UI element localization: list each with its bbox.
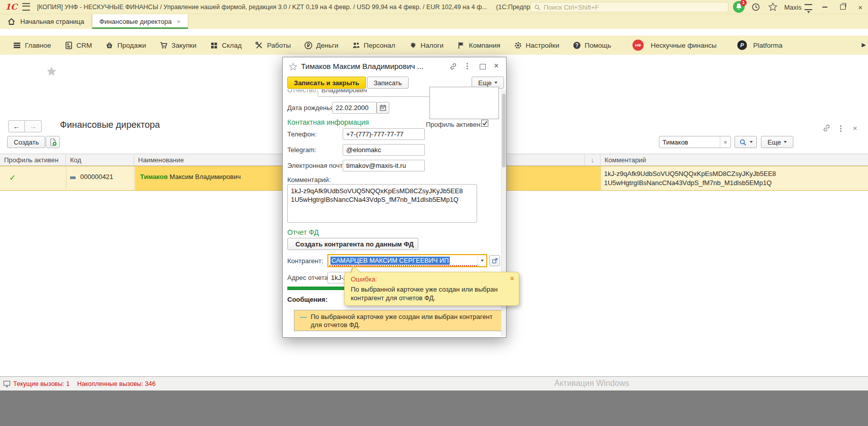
menu-label: Компания: [469, 42, 500, 49]
flag-icon: [457, 41, 465, 50]
main-menu-icon[interactable]: [22, 3, 30, 11]
current-calls: Текущие вызовы: 1: [13, 380, 70, 387]
menu-item-company[interactable]: Компания: [450, 36, 507, 55]
history-icon[interactable]: [751, 3, 760, 13]
menu-label: Нескучные финансы: [651, 42, 717, 49]
list-more-button[interactable]: Еще: [761, 136, 793, 148]
telegram-input[interactable]: @elonmakc: [343, 144, 425, 156]
menu-label: Персонал: [364, 42, 395, 49]
menu-item-warehouse[interactable]: Склад: [203, 36, 248, 55]
favorite-star-icon[interactable]: [289, 62, 297, 71]
notifications-bell-icon[interactable]: 1: [733, 1, 745, 13]
menubar-overflow-icon[interactable]: ▶: [862, 42, 866, 48]
create-button[interactable]: Создать: [7, 136, 45, 148]
messages-label: Сообщения:: [287, 296, 327, 303]
clear-search-icon[interactable]: ×: [720, 136, 730, 148]
profile-active-check-icon: ✓: [9, 173, 16, 183]
menu-label: Platforma: [753, 42, 783, 49]
forward-button[interactable]: →: [25, 120, 42, 132]
comment-line1: 1kJ-z9qAfk9UdbSoVUQ5NQQxKpEsMD8CZsyJKyJb…: [291, 187, 474, 195]
dialog-close-icon[interactable]: ×: [494, 62, 498, 70]
contact-section-header: Контактная информация: [287, 118, 369, 126]
link-icon[interactable]: [449, 62, 457, 72]
phone-input[interactable]: +7-(777)-777-77-77: [343, 128, 425, 140]
email-label: Электронная почта:: [287, 162, 348, 169]
more-menu-icon[interactable]: [840, 125, 842, 127]
menu-item-works[interactable]: Работы: [248, 36, 297, 55]
favorite-star-icon[interactable]: [46, 65, 57, 77]
tab-home-label: Начальная страница: [20, 18, 84, 25]
calls-monitor-icon[interactable]: [3, 380, 11, 388]
column-header-code[interactable]: Код: [66, 154, 134, 165]
row-name-rest: Максим Владимирович: [168, 173, 241, 181]
menu-label: Работы: [267, 42, 291, 49]
open-counterparty-button[interactable]: [489, 255, 500, 266]
tab-financial-directors[interactable]: Финансовые директора ×: [92, 14, 188, 29]
back-button[interactable]: ←: [8, 120, 25, 132]
menu-label: Налоги: [421, 42, 444, 49]
report-section-header: Отчет ФД: [287, 228, 319, 236]
more-menu-icon[interactable]: [466, 63, 468, 64]
row-name-match: Тимаков: [140, 173, 168, 181]
save-button[interactable]: Записать: [367, 77, 409, 89]
menu-item-main[interactable]: Главное: [6, 36, 58, 55]
element-icon: [70, 176, 76, 179]
menu-item-sales[interactable]: Продажи: [98, 36, 152, 55]
tab-close-icon[interactable]: ×: [177, 18, 181, 25]
menu-item-neskuchnye-finansy[interactable]: НФ Нескучные финансы: [626, 36, 723, 55]
save-and-close-button[interactable]: Записать и закрыть: [287, 77, 366, 89]
photo-box[interactable]: [429, 87, 499, 119]
menu-item-crm[interactable]: CRM: [58, 36, 99, 55]
row-name: Тимаков Максим Владимирович: [140, 173, 241, 181]
menu-item-help[interactable]: ? Помощь: [566, 36, 618, 55]
platforma-icon: P: [737, 40, 747, 50]
menu-item-taxes[interactable]: Налоги: [402, 36, 450, 55]
1c-logo: 1С: [5, 2, 17, 12]
combo-dropdown-zone[interactable]: [478, 255, 486, 266]
statusbar: Текущие вызовы: 1 Накопленные вызовы: 34…: [0, 376, 868, 390]
menu-item-settings[interactable]: Настройки: [507, 36, 566, 55]
menu-item-money[interactable]: Деньги: [297, 36, 345, 55]
tab-home[interactable]: Начальная страница: [0, 14, 92, 29]
service-menu-icon[interactable]: [805, 4, 812, 13]
search-icon: [739, 138, 747, 146]
restore-button[interactable]: [836, 2, 849, 12]
svg-text:НФ: НФ: [635, 43, 641, 48]
favorites-star-icon[interactable]: [768, 2, 778, 13]
create-group-button[interactable]: [46, 136, 60, 148]
column-header-comment[interactable]: Комментарий: [600, 154, 868, 165]
comment-textarea[interactable]: 1kJ-z9qAfk9UdbSoVUQ5NQQxKpEsMD8CZsyJKyJb…: [287, 184, 477, 223]
search-button[interactable]: [735, 136, 757, 148]
user-name[interactable]: Maxis: [784, 4, 802, 11]
form-close-icon[interactable]: ×: [853, 124, 857, 132]
global-search-input[interactable]: Поиск Ctrl+Shift+F: [530, 2, 728, 12]
menu-item-platforma[interactable]: P Platforma: [730, 36, 789, 55]
profile-active-label: Профиль активен:: [426, 121, 482, 128]
scrollbar-thumb[interactable]: [502, 94, 506, 167]
window-close-button[interactable]: ×: [854, 2, 867, 12]
minimize-button[interactable]: [818, 2, 831, 12]
maximize-icon[interactable]: [480, 64, 486, 69]
menu-item-staff[interactable]: Персонал: [345, 36, 402, 55]
emblem-icon: [409, 41, 417, 50]
windows-activation-watermark: Активация Windows: [554, 379, 629, 388]
menu-item-purchases[interactable]: Закупки: [153, 36, 203, 55]
menu-label: Главное: [25, 42, 51, 49]
profile-active-checkbox[interactable]: [481, 120, 488, 127]
row-comment-line1: 1kJ-z9qAfk9UdbSoVUQ5NQQxKpEsMD8CZsyJKyJb…: [604, 169, 776, 179]
row-comment-line2: 1U5wHgtrgIBsNancCNa43VdpS_fM7nb_M1dlsb5E…: [604, 179, 776, 188]
patronymic-label: Отчество:: [287, 89, 318, 94]
create-counterparty-button[interactable]: Создать контрагента по данным ФД: [287, 238, 418, 250]
error-close-icon[interactable]: ×: [510, 274, 514, 282]
message-list-item[interactable]: — По выбранной карточке уже создан или в…: [294, 310, 502, 331]
money-icon: [304, 41, 313, 50]
birth-date-input[interactable]: 22.02.2000: [332, 102, 377, 114]
column-header-sort[interactable]: ↓: [585, 154, 600, 165]
link-icon[interactable]: [822, 124, 831, 134]
calendar-button[interactable]: [377, 102, 389, 114]
nf-icon: НФ: [632, 40, 644, 51]
email-input[interactable]: timakov@maxis-it.ru: [343, 160, 425, 171]
column-header-profile-active[interactable]: Профиль активен: [0, 154, 66, 165]
list-search-input[interactable]: Тимаков ×: [659, 136, 731, 148]
global-search-placeholder: Поиск Ctrl+Shift+F: [544, 4, 599, 11]
